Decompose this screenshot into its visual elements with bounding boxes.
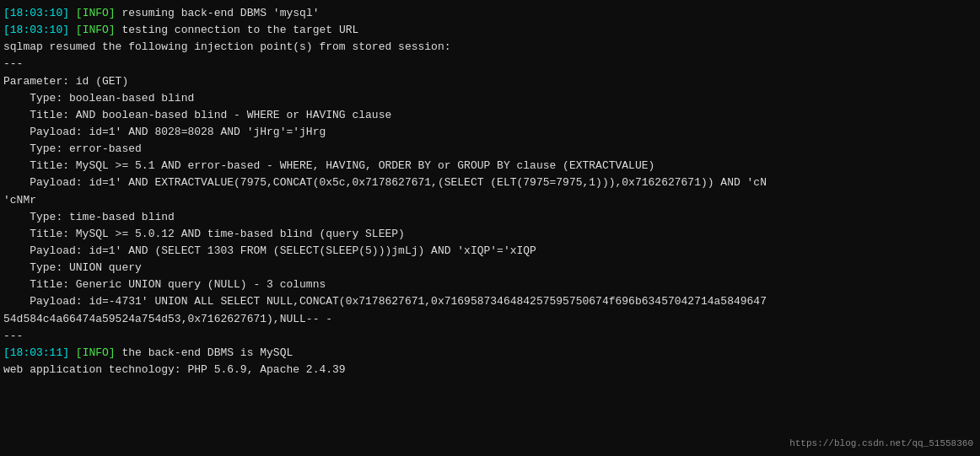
terminal-line: Title: MySQL >= 5.1 AND error-based - WH…	[3, 158, 977, 174]
watermark: https://blog.csdn.net/qq_51558360	[789, 437, 973, 451]
terminal-line: ---	[3, 56, 977, 72]
terminal-line: Payload: id=-4731' UNION ALL SELECT NULL…	[3, 293, 977, 310]
terminal-line: Title: MySQL >= 5.0.12 AND time-based bl…	[3, 226, 977, 243]
terminal-line: Type: error-based	[3, 141, 977, 158]
terminal-line: web application technology: PHP 5.6.9, A…	[3, 362, 977, 378]
terminal-line: Payload: id=1' AND EXTRACTVALUE(7975,CON…	[3, 174, 977, 191]
terminal-line: Title: AND boolean-based blind - WHERE o…	[3, 107, 977, 124]
terminal-line: Title: Generic UNION query (NULL) - 3 co…	[3, 276, 977, 293]
terminal-window: [18:03:10] [INFO] resuming back-end DBMS…	[0, 0, 980, 456]
terminal-line: ---	[3, 328, 977, 345]
terminal-line: Payload: id=1' AND 8028=8028 AND 'jHrg'=…	[3, 124, 977, 141]
terminal-line: sqlmap resumed the following injection p…	[3, 39, 977, 56]
terminal-line: 54d584c4a66474a59524a754d53,0x7162627671…	[3, 311, 977, 328]
terminal-line: [18:03:10] [INFO] resuming back-end DBMS…	[3, 5, 977, 22]
terminal-line: Type: boolean-based blind	[3, 90, 977, 107]
terminal-line: [18:03:11] [INFO] the back-end DBMS is M…	[3, 345, 977, 362]
terminal-line: Type: time-based blind	[3, 209, 977, 226]
terminal-line: Parameter: id (GET)	[3, 73, 977, 90]
terminal-line: Type: UNION query	[3, 260, 977, 276]
terminal-line: 'cNMr	[3, 192, 977, 209]
terminal-line: [18:03:10] [INFO] testing connection to …	[3, 22, 977, 39]
terminal-line: Payload: id=1' AND (SELECT 1303 FROM (SE…	[3, 243, 977, 260]
